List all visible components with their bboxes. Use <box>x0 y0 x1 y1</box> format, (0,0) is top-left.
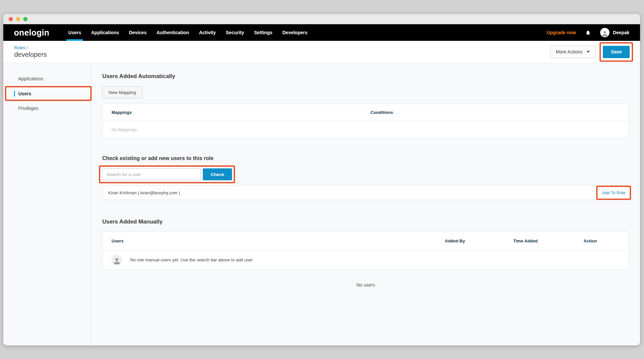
sidebar-item-label: Privileges <box>18 106 39 111</box>
users-annotation-highlight: Users <box>5 86 92 101</box>
search-user-input[interactable] <box>102 168 201 180</box>
sidebar: Applications Users Privileges <box>3 63 91 345</box>
manual-users-table-header: Users Added By Time Added Action <box>103 231 629 250</box>
nav-item-activity[interactable]: Activity <box>194 24 221 41</box>
page-header: Roles / developers More Actions Save <box>3 41 640 63</box>
window-close-button[interactable] <box>9 17 13 21</box>
sidebar-item-label: Applications <box>18 76 43 81</box>
column-header-action: Action <box>584 238 629 243</box>
add-to-role-link[interactable]: Add To Role <box>602 190 625 195</box>
nav-item-devices[interactable]: Devices <box>124 24 152 41</box>
user-menu[interactable]: Deepak <box>600 28 629 37</box>
nav-item-users[interactable]: Users <box>63 24 86 41</box>
avatar-icon <box>600 28 609 37</box>
page-body: Applications Users Privileges Users Adde… <box>3 63 640 345</box>
page-title: developers <box>14 51 47 58</box>
users-added-manually-heading: Users Added Manually <box>102 219 629 225</box>
column-header-users: Users <box>112 238 445 243</box>
sidebar-item-applications[interactable]: Applications <box>3 71 91 86</box>
placeholder-avatar-icon <box>112 255 122 265</box>
users-added-automatically-heading: Users Added Automatically <box>102 73 629 80</box>
onelogin-logo: onelogin <box>14 28 49 38</box>
window-zoom-button[interactable] <box>23 17 28 21</box>
breadcrumb[interactable]: Roles / <box>14 45 47 50</box>
no-manual-users-row: No role manual users yet. Use the search… <box>103 250 629 269</box>
add-to-role-annotation-highlight: Add To Role <box>596 186 631 200</box>
manual-users-table: Users Added By Time Added Action No role… <box>102 231 629 270</box>
page-header-actions: More Actions Save <box>550 42 633 62</box>
no-mappings-row: No Mappings. <box>103 121 629 138</box>
new-mapping-button[interactable]: New Mapping <box>102 86 142 98</box>
more-actions-label: More Actions <box>556 49 583 54</box>
top-navbar: onelogin Users Applications Devices Auth… <box>3 24 640 41</box>
no-users-text: No users <box>102 282 629 288</box>
search-result-user: Kiran Krishnan ( kiran@boxyhq.com ) <box>108 190 180 195</box>
username-label: Deepak <box>613 30 629 35</box>
page-header-titles: Roles / developers <box>14 45 47 58</box>
user-search-row: Check <box>102 168 232 180</box>
column-header-added-by: Added By <box>445 238 513 243</box>
no-manual-users-text: No role manual users yet. Use the search… <box>130 257 253 262</box>
desktop-background: onelogin Users Applications Devices Auth… <box>0 0 644 359</box>
more-actions-button[interactable]: More Actions <box>550 46 596 58</box>
mappings-table: Mappings Conditions No Mappings. <box>102 104 629 138</box>
save-annotation-highlight: Save <box>600 42 633 62</box>
nav-item-developers[interactable]: Developers <box>278 24 312 41</box>
main-content: Users Added Automatically New Mapping Ma… <box>91 63 640 345</box>
sidebar-item-label: Users <box>18 91 31 96</box>
sidebar-item-users[interactable]: Users <box>6 87 90 100</box>
nav-item-security[interactable]: Security <box>221 24 249 41</box>
sidebar-item-privileges[interactable]: Privileges <box>3 101 91 116</box>
nav-item-applications[interactable]: Applications <box>86 24 124 41</box>
bell-icon[interactable] <box>585 30 591 36</box>
column-header-conditions: Conditions <box>370 110 393 115</box>
window-minimize-button[interactable] <box>16 17 20 21</box>
nav-item-authentication[interactable]: Authentication <box>151 24 194 41</box>
check-button[interactable]: Check <box>203 168 232 180</box>
search-annotation-highlight: Check <box>99 165 235 183</box>
mappings-table-header: Mappings Conditions <box>103 104 629 121</box>
save-button[interactable]: Save <box>603 46 630 58</box>
active-indicator-bar <box>14 91 15 96</box>
check-users-heading: Check existing or add new users to this … <box>102 155 629 161</box>
nav-right-group: Upgrade now Deepak <box>547 28 629 37</box>
caret-down-icon <box>587 51 590 53</box>
window-titlebar <box>3 14 640 24</box>
upgrade-now-link[interactable]: Upgrade now <box>547 30 576 35</box>
nav-item-settings[interactable]: Settings <box>249 24 277 41</box>
browser-window: onelogin Users Applications Devices Auth… <box>3 14 640 345</box>
search-result-row: Kiran Krishnan ( kiran@boxyhq.com ) Add … <box>102 185 629 200</box>
nav-menu: Users Applications Devices Authenticatio… <box>63 24 312 41</box>
column-header-time-added: Time Added <box>513 238 584 243</box>
column-header-mappings: Mappings <box>103 110 370 115</box>
